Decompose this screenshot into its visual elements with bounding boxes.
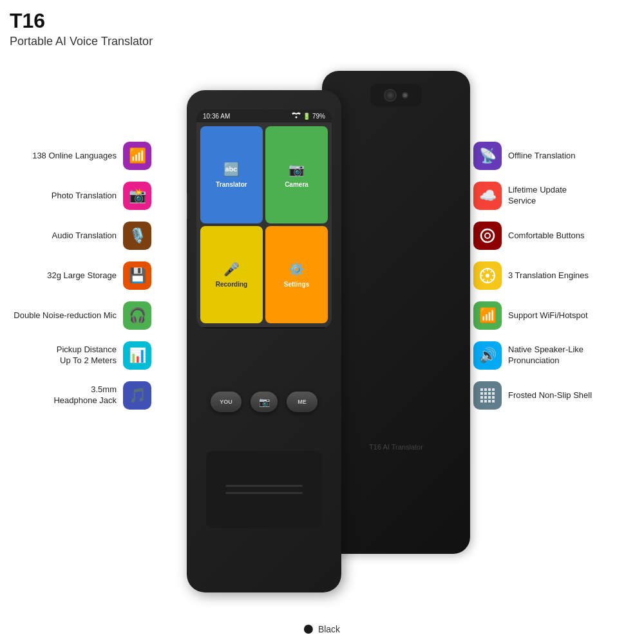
svg-rect-13 (484, 396, 487, 399)
tile-translator-icon: 🔤 (223, 162, 240, 177)
svg-rect-11 (492, 392, 495, 395)
feature-pickup-distance-label: Pickup DistanceUp To 2 Meters (57, 345, 117, 366)
feature-noise-mic-icon: 🎧 (123, 301, 151, 330)
feature-headphone-jack-label: 3.5mmHeadphone Jack (53, 384, 117, 406)
feature-comfortable-buttons-icon (473, 222, 502, 250)
feature-headphone-jack-icon: 🎵 (123, 381, 151, 410)
color-label: Black (318, 624, 340, 634)
feature-audio-translation-icon: 🎙️ (123, 222, 151, 250)
feature-comfortable-buttons-label: Comfortable Buttons (508, 231, 585, 242)
tile-translator-label: Translator (216, 181, 247, 188)
feature-audio-translation-label: Audio Translation (52, 231, 117, 242)
feature-online-languages: 138 Online Languages 📶 (0, 142, 151, 170)
feature-translation-engines-icon (473, 261, 502, 290)
svg-rect-19 (492, 400, 495, 402)
screen-status-bar: 10:36 AM 🔋 79% (196, 109, 332, 122)
feature-lifetime-update-label: Lifetime UpdateService (508, 185, 567, 207)
device-buttons-row: YOU 📷 ME (187, 392, 341, 412)
back-device-text: T16 AI Translator (322, 443, 470, 451)
feature-lifetime-update: ☁️ Lifetime UpdateService (473, 182, 644, 210)
feature-online-languages-label: 138 Online Languages (32, 151, 117, 162)
feature-pronunciation-label: Native Speaker-LikePronunciation (508, 345, 583, 366)
device-front: 10:36 AM 🔋 79% 🔤 Translator 📷 Camera 🎤 (187, 90, 341, 592)
camera-bump (370, 84, 422, 106)
feature-large-storage-label: 32g Large Storage (47, 270, 117, 281)
feature-photo-translation-label: Photo Translation (52, 191, 117, 202)
feature-large-storage-icon: 💾 (123, 261, 151, 290)
feature-lifetime-update-icon: ☁️ (473, 182, 502, 210)
camera-lens-flash (402, 92, 408, 99)
color-black-dot[interactable] (304, 625, 313, 634)
svg-point-0 (481, 229, 494, 242)
svg-rect-9 (484, 392, 487, 395)
feature-offline-translation-label: Offline Translation (508, 151, 576, 162)
feature-non-slip-label: Frosted Non-Slip Shell (508, 390, 592, 401)
feature-photo-translation: Photo Translation 📸 (0, 182, 151, 210)
screen-time: 10:36 AM (203, 113, 230, 120)
feature-noise-mic-label: Double Noise-reduction Mic (14, 310, 117, 321)
svg-rect-10 (488, 392, 491, 395)
button-you[interactable]: YOU (211, 392, 242, 412)
svg-rect-7 (492, 388, 495, 391)
feature-headphone-jack: 3.5mmHeadphone Jack 🎵 (0, 381, 151, 410)
tile-recording: 🎤 Recording (200, 226, 263, 323)
svg-rect-16 (480, 400, 483, 402)
tile-translator: 🔤 Translator (200, 126, 263, 223)
color-selector: Black (304, 624, 340, 634)
svg-rect-12 (480, 396, 483, 399)
feature-online-languages-icon: 📶 (123, 142, 151, 170)
screen-indicators: 🔋 79% (292, 112, 325, 120)
feature-translation-engines-label: 3 Translation Engines (508, 270, 589, 281)
feature-comfortable-buttons: Comfortable Buttons (473, 222, 644, 250)
tile-settings-icon: ⚙️ (289, 261, 305, 277)
svg-rect-14 (488, 396, 491, 399)
feature-non-slip: Frosted Non-Slip Shell (473, 381, 644, 410)
product-name: T16 (10, 10, 153, 32)
feature-translation-engines: 3 Translation Engines (473, 261, 644, 290)
tile-settings: ⚙️ Settings (265, 226, 328, 323)
svg-rect-8 (480, 392, 483, 395)
svg-point-1 (485, 233, 490, 238)
product-subtitle: Portable AI Voice Translator (10, 35, 153, 48)
svg-rect-17 (484, 400, 487, 402)
screen-grid: 🔤 Translator 📷 Camera 🎤 Recording ⚙️ Set… (196, 122, 332, 327)
side-button (187, 193, 187, 219)
feature-noise-mic: Double Noise-reduction Mic 🎧 (0, 301, 151, 330)
tile-recording-icon: 🎤 (223, 261, 240, 277)
device-illustration: T16 AI Translator 10:36 AM 🔋 79% 🔤 Trans… (174, 71, 470, 592)
svg-rect-18 (488, 400, 491, 402)
feature-offline-translation: 📡 Offline Translation (473, 142, 644, 170)
button-me[interactable]: ME (287, 392, 317, 412)
device-back: T16 AI Translator (322, 71, 470, 554)
feature-wifi-hotspot-label: Support WiFi/Hotspot (508, 310, 588, 321)
tile-camera: 📷 Camera (265, 126, 328, 223)
tile-camera-label: Camera (285, 181, 308, 188)
feature-pickup-distance-icon: 📊 (123, 341, 151, 370)
right-features-list: 📡 Offline Translation ☁️ Lifetime Update… (473, 142, 644, 410)
feature-pronunciation-icon: 🔊 (473, 341, 502, 370)
button-camera[interactable]: 📷 (251, 392, 278, 412)
page-title: T16 Portable AI Voice Translator (10, 10, 153, 48)
feature-large-storage: 32g Large Storage 💾 (0, 261, 151, 290)
svg-rect-15 (492, 396, 495, 399)
tile-camera-icon: 📷 (289, 162, 305, 177)
svg-point-3 (486, 274, 489, 278)
feature-wifi-hotspot: 📶 Support WiFi/Hotspot (473, 301, 644, 330)
feature-photo-translation-icon: 📸 (123, 182, 151, 210)
feature-pickup-distance: Pickup DistanceUp To 2 Meters 📊 (0, 341, 151, 370)
speaker-grille (206, 451, 322, 528)
feature-audio-translation: Audio Translation 🎙️ (0, 222, 151, 250)
feature-pronunciation: 🔊 Native Speaker-LikePronunciation (473, 341, 644, 370)
svg-rect-6 (488, 388, 491, 391)
feature-wifi-hotspot-icon: 📶 (473, 301, 502, 330)
camera-lens-main (384, 89, 397, 102)
svg-point-20 (296, 117, 298, 118)
speaker-line-2 (225, 492, 303, 494)
speaker-line-1 (225, 485, 303, 487)
svg-rect-5 (484, 388, 487, 391)
feature-offline-translation-icon: 📡 (473, 142, 502, 170)
tile-recording-label: Recording (216, 281, 247, 288)
device-screen: 10:36 AM 🔋 79% 🔤 Translator 📷 Camera 🎤 (196, 109, 332, 328)
feature-non-slip-icon (473, 381, 502, 410)
left-features-list: 138 Online Languages 📶 Photo Translation… (0, 142, 151, 410)
